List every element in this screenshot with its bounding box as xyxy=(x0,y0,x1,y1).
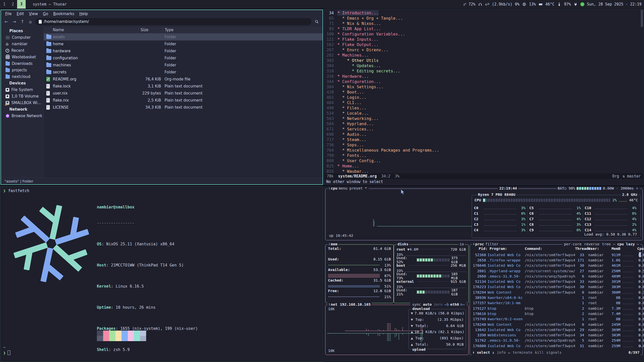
org-heading-line[interactable]: 162 * Flake Output... xyxy=(324,42,643,47)
proc-percore-button[interactable]: per-core xyxy=(563,242,582,246)
up-button[interactable]: ↑ xyxy=(19,18,26,25)
net-sync-button[interactable]: sync xyxy=(411,302,422,306)
proc-box-title[interactable]: 4proc filter xyxy=(472,242,500,246)
sidebar-item[interactable]: Devices xyxy=(1,80,44,86)
org-heading-line[interactable]: 384 * Nix Settings... xyxy=(324,84,643,89)
sidebar-item[interactable]: Wastebasket xyxy=(1,54,44,60)
file-list-header[interactable]: Name Size Type xyxy=(44,27,323,33)
menu-item[interactable]: View xyxy=(27,11,40,17)
menu-button[interactable]: menu xyxy=(338,186,348,190)
sidebar-item[interactable]: Places xyxy=(1,28,44,34)
terminal-window[interactable]: ❯ fastfetch nambiar@smallbox -----------… xyxy=(0,186,323,362)
shell-prompt[interactable]: ~ ❯ xyxy=(3,345,10,356)
org-heading-line[interactable]: 698 * Audio... xyxy=(324,132,643,137)
disks-io-toggle[interactable]: io xyxy=(459,242,465,246)
menu-item[interactable]: Go xyxy=(41,11,51,17)
signals-key[interactable]: signals xyxy=(546,350,561,354)
net-auto-button[interactable]: auto xyxy=(422,302,432,306)
process-row[interactable]: 51762 .emacs-31.0.50- /nix/store/wnqz5pa… xyxy=(472,338,637,343)
file-row[interactable]: configuration Folder xyxy=(44,55,323,62)
file-row[interactable]: hardware Folder xyxy=(44,48,323,55)
file-row[interactable]: machines Folder xyxy=(44,62,323,69)
process-row[interactable]: 52368 Isolated Web Co /nix/store/sm8fmrf… xyxy=(472,252,637,257)
sidebar-item[interactable]: nextcloud xyxy=(1,73,44,80)
headset-icon[interactable] xyxy=(478,2,482,7)
org-heading-line[interactable]: 303 * Other Utils xyxy=(324,58,643,63)
org-heading-line[interactable]: 121 * Flake Inputs... xyxy=(324,37,643,42)
process-row[interactable]: 178248 Web Content /nix/store/sm8fmrf3wp… xyxy=(472,322,637,327)
org-heading-line[interactable]: 316 * Hardware... xyxy=(324,74,643,79)
net-next-iface-button[interactable]: n→ xyxy=(460,302,465,306)
terminate-key[interactable]: terminate xyxy=(513,350,533,354)
sidebar-item[interactable]: Computer xyxy=(1,34,44,41)
org-heading-line[interactable]: 809 * User Config... xyxy=(324,158,643,163)
sidebar-item[interactable]: Browse Network xyxy=(1,113,44,119)
kill-key[interactable]: kill xyxy=(535,350,544,354)
proc-filter-button[interactable]: filter xyxy=(485,242,499,246)
file-row[interactable]: README.org 76,4 KiB Org-mode file xyxy=(44,76,323,83)
workspace-button[interactable]: 1 xyxy=(0,0,9,9)
org-heading-line[interactable]: 764 * Miscellaneous Packages and Program… xyxy=(324,148,643,153)
org-heading-line[interactable]: 461 * Login... xyxy=(324,95,643,100)
select-keys[interactable]: ↑ select ↓ xyxy=(472,350,494,354)
org-heading-line[interactable]: 109 * Configuration Variables... xyxy=(324,31,643,37)
org-heading-line[interactable]: 484 * CLI... xyxy=(324,100,643,105)
org-heading-line[interactable]: 34 * Introduction... xyxy=(324,10,643,16)
file-row[interactable]: user.nix 229 bytes Plain text document xyxy=(44,90,323,97)
process-row[interactable]: 52134 Isolated Web Co /nix/store/sm8fmrf… xyxy=(472,279,637,284)
sidebar-item[interactable]: projects xyxy=(1,67,44,73)
workspace-button[interactable]: 3 xyxy=(17,0,26,9)
org-heading-line[interactable]: 428 * Boot... xyxy=(324,89,643,95)
org-heading-line[interactable]: 736 * Sops... xyxy=(324,142,643,148)
process-row[interactable]: 178616 btop btop 2 nambiar 7.4M 0.0 xyxy=(472,311,637,316)
search-icon[interactable] xyxy=(313,18,320,25)
sidebar-item[interactable]: nambiar xyxy=(1,41,44,47)
process-row[interactable]: 176000 Isolated Web Co /nix/store/sm8fmr… xyxy=(472,343,637,348)
org-heading-line[interactable]: 563 * Networking... xyxy=(324,116,643,121)
process-row[interactable]: 2658 .firefox-wrappe /nix/store/sm8fmrf3… xyxy=(472,257,637,263)
file-row[interactable]: home Folder xyxy=(44,40,323,48)
org-heading-line[interactable]: 267 * Envrc + Direnv... xyxy=(324,47,643,53)
process-row[interactable]: 179127 btop btop 2 nambiar 7.3M 0.0 xyxy=(472,306,637,311)
proc-sort-left-button[interactable]: ← xyxy=(613,242,616,246)
menu-item[interactable]: File xyxy=(3,11,14,17)
org-heading-line[interactable]: 93 * TLDR App List... xyxy=(324,26,643,31)
path-field[interactable]: /home/nambiar/system/ xyxy=(35,18,311,25)
org-heading-line[interactable]: 310 * Editing secrets... xyxy=(324,68,643,74)
process-row[interactable]: 2601 .Hyprland-wrapp /run/current-system… xyxy=(472,268,637,274)
proc-reverse-button[interactable]: reverse xyxy=(583,242,600,246)
process-row[interactable]: 3390 WebExtensions /nix/store/sm8fmrf3wp… xyxy=(472,332,637,338)
proc-sort-right-button[interactable]: → xyxy=(636,242,639,246)
file-row[interactable]: flake.lock 3,1 KiB Plain text document xyxy=(44,83,323,90)
menu-item[interactable]: Edit xyxy=(14,11,26,17)
org-heading-line[interactable]: 65 * Emacs + Org + Tangle... xyxy=(324,16,643,21)
process-row[interactable]: 13642 Isolated Web Co /nix/store/sm8fmrf… xyxy=(472,327,637,332)
sidebar-item[interactable]: Network xyxy=(1,106,44,113)
net-zero-button[interactable]: zero xyxy=(433,302,443,306)
forward-button[interactable]: → xyxy=(11,18,18,25)
process-row[interactable]: 178294 Web Content /nix/store/sm8fmrf3wp… xyxy=(472,290,637,295)
org-heading-line[interactable]: 304 * Updates... xyxy=(324,63,643,68)
sidebar-item[interactable]: Downloads xyxy=(1,60,44,67)
preset-button[interactable]: preset * xyxy=(349,186,368,190)
process-row[interactable]: 176223 Isolated Web Co /nix/store/sm8fmr… xyxy=(472,284,637,290)
workspace-button[interactable]: 2 xyxy=(9,0,17,9)
interval-plus-button[interactable]: + xyxy=(635,186,639,190)
org-heading-line[interactable]: 499 * Files... xyxy=(324,105,643,111)
disks-box-title[interactable]: disks xyxy=(396,242,410,246)
sidebar-item[interactable]: Recent xyxy=(1,47,44,54)
net-prev-iface-button[interactable]: ←b xyxy=(444,302,450,306)
updates-ok-icon[interactable]: ✓ xyxy=(580,2,584,6)
sidebar-item[interactable]: 1,0 TB Volume xyxy=(1,93,44,100)
back-button[interactable]: ← xyxy=(3,18,10,25)
proc-tree-button[interactable]: tree xyxy=(601,242,612,246)
org-heading-line[interactable]: 534 * Locale... xyxy=(324,111,643,116)
process-row[interactable]: 176646 Isolated Web Co /nix/store/sm8fmr… xyxy=(472,263,637,268)
column-size[interactable]: Size xyxy=(138,27,163,33)
menu-item[interactable]: Bookmarks xyxy=(51,11,77,17)
sidebar-item[interactable]: SMALLBOX Wi... xyxy=(1,100,44,106)
org-heading-line[interactable]: 671 * Services... xyxy=(324,126,643,132)
sidebar-item[interactable]: File System xyxy=(1,86,44,93)
idle-inhibit-icon[interactable]: zz xyxy=(463,2,466,6)
org-heading-line[interactable]: 344 * Configuration... xyxy=(324,79,643,84)
